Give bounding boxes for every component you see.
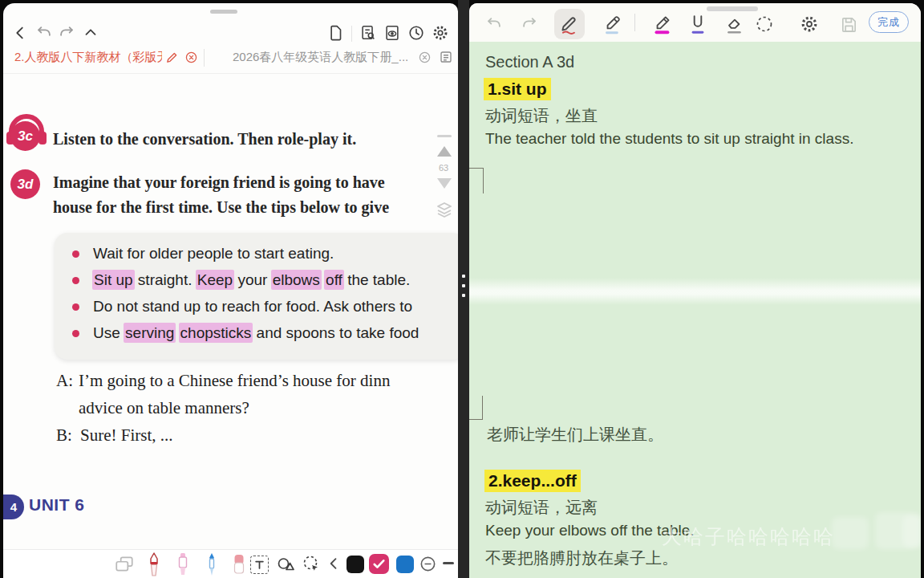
vocab-example-1: The teacher told the students to sit up … [485, 130, 853, 148]
page-number-badge: 4 [3, 495, 24, 519]
underline-tool-icon[interactable] [687, 13, 708, 35]
tool-popup-handle [707, 6, 758, 11]
tip-text: Wait for older people to start eating. [93, 243, 334, 264]
watermark-blob [902, 515, 921, 547]
lasso-select-icon[interactable] [755, 14, 774, 34]
eraser-tool-icon[interactable] [724, 13, 745, 35]
handwritten-bracket-top [469, 168, 484, 193]
undo-icon[interactable] [485, 15, 503, 33]
tip-row: Wait for older people to start eating. [72, 243, 458, 264]
drag-handle[interactable] [210, 10, 237, 14]
vocab-translation-1: 老师让学生们上课坐直。 [487, 424, 663, 446]
tab-workbook[interactable]: 2026春八年级英语人教版下册_... [233, 50, 411, 65]
exercise-3d-line1: Imagine that your foreign friend is goin… [53, 173, 385, 192]
reader-panel: 2.人教版八下新教材（彩版无水... 2026春八年级英语人教版下册_... 3… [3, 3, 458, 578]
minimize-icon[interactable] [443, 562, 454, 564]
page-down-icon[interactable] [437, 178, 452, 189]
color-swatch-black[interactable] [346, 556, 364, 573]
color-swatch-red-selected[interactable] [369, 554, 389, 574]
toolbar-divider [351, 26, 352, 42]
bullet-icon [72, 277, 79, 284]
notes-toolbar: 完成 [469, 3, 921, 42]
color-swatch-blue[interactable] [396, 556, 414, 573]
bullet-icon [72, 330, 79, 337]
exercise-3d-line2: house for the first time. Use the tips b… [53, 198, 389, 217]
eraser-tool-icon[interactable] [229, 553, 249, 576]
cards-tool-icon[interactable] [114, 554, 135, 575]
check-icon [369, 554, 389, 574]
settings-gear-icon[interactable] [800, 14, 819, 34]
redo-icon[interactable] [58, 24, 75, 42]
page-stack-icon[interactable] [435, 199, 454, 220]
tips-list: Wait for older people to start eating.Si… [72, 243, 458, 344]
shapes-tool-icon[interactable] [276, 555, 295, 574]
handwritten-bracket-bottom [469, 396, 483, 420]
ballpoint-pen-tool-icon[interactable] [202, 552, 221, 576]
marker-tool-icon[interactable] [602, 13, 623, 35]
vocab-term-1-text: 1.sit up [484, 78, 551, 100]
lasso-select-icon[interactable] [302, 555, 321, 574]
exercise-3d-badge: 3d [10, 169, 40, 199]
speaker-a-label: A: [56, 371, 73, 391]
tip-row: Sit up straight. Keep your elbows off th… [72, 270, 458, 291]
bullet-icon [72, 303, 79, 311]
vocab-term-2: 2.keep...off [484, 470, 581, 492]
highlighter-tool-icon[interactable] [173, 552, 192, 576]
current-page-number: 63 [439, 163, 448, 173]
vocab-pos-2: 动词短语，远离 [485, 497, 598, 519]
outline-icon[interactable] [439, 50, 453, 64]
tips-card: Wait for older people to start eating.Si… [55, 233, 458, 360]
fountain-pen-tool-icon[interactable] [144, 552, 164, 576]
pen-tool-selected[interactable] [554, 9, 585, 39]
dialogue-b-line: Sure! First, ... [80, 425, 173, 446]
edit-annotation-icon[interactable] [165, 51, 179, 64]
dialogue-a-line1: I’m going to a Chinese friend’s house fo… [79, 371, 390, 391]
tab-bar: 2.人教版八下新教材（彩版无水... 2026春八年级英语人教版下册_... [3, 43, 458, 74]
speaker-b-label: B: [56, 425, 72, 446]
close-tab-icon[interactable] [184, 51, 198, 64]
divider-handle-dot [462, 275, 465, 278]
watermark-blob [832, 517, 869, 549]
vocab-translation-2: 不要把胳膊肘放在桌子上。 [485, 547, 678, 569]
tip-row: Do not stand up to reach for food. Ask o… [72, 296, 458, 317]
page-break-band [469, 278, 921, 305]
preview-document-icon[interactable] [383, 24, 401, 42]
page-up-icon[interactable] [437, 146, 452, 157]
tip-text: Sit up straight. Keep your elbows off th… [93, 270, 410, 291]
tab-divider [204, 49, 205, 67]
divider-handle-dot [462, 284, 465, 287]
stroke-decrease-icon[interactable] [419, 555, 437, 573]
dialogue-a-line2: advice on table manners? [79, 398, 249, 418]
tip-row: Use serving chopsticks and spoons to tak… [72, 323, 458, 344]
new-document-icon[interactable] [327, 24, 345, 42]
tab-textbook[interactable]: 2.人教版八下新教材（彩版无水... [14, 50, 162, 65]
close-tab-icon[interactable] [418, 51, 432, 64]
collapse-toolbar-icon[interactable] [82, 24, 99, 42]
split-divider[interactable] [458, 0, 469, 578]
redo-icon[interactable] [521, 15, 538, 33]
vocab-term-1: 1.sit up [484, 78, 551, 100]
annotation-toolbar [3, 549, 458, 578]
collapse-tools-icon[interactable] [326, 556, 342, 572]
settings-gear-icon[interactable] [432, 24, 449, 42]
notes-title: Section A 3d [485, 53, 574, 71]
notes-panel: 完成 Section A 3d 1.sit up 动词短语，坐直 The tea… [469, 3, 921, 578]
history-icon[interactable] [407, 24, 425, 42]
save-icon[interactable] [840, 15, 858, 34]
scrubber-track [437, 135, 452, 137]
vocab-term-2-text: 2.keep...off [484, 470, 581, 492]
text-tool-icon[interactable] [250, 556, 269, 574]
undo-icon[interactable] [35, 24, 53, 42]
watermark-text: 大哈子哈哈哈哈哈 [662, 523, 835, 550]
toolbar-divider [634, 14, 635, 31]
bullet-icon [72, 250, 79, 258]
vocab-pos-1: 动词短语，坐直 [485, 105, 598, 127]
tip-text: Do not stand up to reach for food. Ask o… [93, 296, 412, 317]
exercise-3c-title: Listen to the conversation. Then role-pl… [53, 130, 356, 149]
pen-icon [559, 13, 580, 35]
done-button[interactable]: 完成 [869, 11, 909, 33]
back-icon[interactable] [11, 24, 29, 42]
search-document-icon[interactable] [359, 24, 377, 42]
divider-handle-dot [462, 294, 465, 297]
highlighter-tool-icon[interactable] [652, 13, 673, 35]
